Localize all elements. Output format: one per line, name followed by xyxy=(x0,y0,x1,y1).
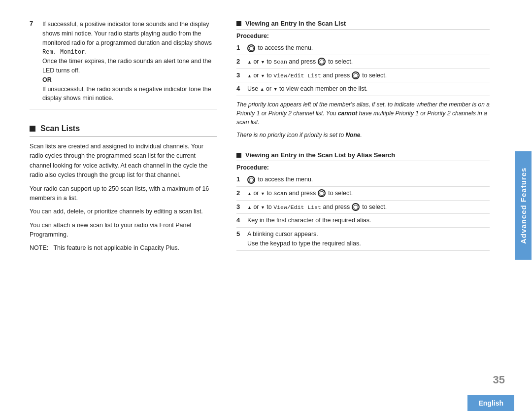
left-column: 7 If successful, a positive indicator to… xyxy=(30,20,217,396)
ok-button-icon-a2: ◯ xyxy=(318,189,326,197)
alias-step-5: 5 A blinking cursor appears. Use the key… xyxy=(236,228,490,251)
step-7-num: 7 xyxy=(30,20,37,103)
ok-button-icon-a3: ◯ xyxy=(352,203,360,211)
view-entry-step-4: 4 Use or to view each member on the list… xyxy=(236,82,490,96)
view-entry-procedure-label: Procedure: xyxy=(236,33,490,39)
main-content: 7 If successful, a positive indicator to… xyxy=(0,0,514,411)
view-entry-steps: 1 ◯ to access the menu. 2 or to Scan and… xyxy=(236,41,490,96)
english-badge: English xyxy=(467,395,514,411)
alias-search-square-icon xyxy=(236,153,241,158)
section-square-icon xyxy=(30,126,35,132)
arrow-up-icon-a3 xyxy=(247,204,252,210)
scan-lists-para-4: You can attach a new scan list to your r… xyxy=(30,221,217,240)
scan-lists-note: NOTE: This feature is not applicable in … xyxy=(30,243,217,253)
scan-mono-2: Scan xyxy=(273,59,287,65)
scan-lists-heading: Scan Lists xyxy=(30,124,217,137)
page-container: Advanced Features 7 If successful, a pos… xyxy=(0,0,532,411)
side-tab-label: Advanced Features xyxy=(515,151,532,260)
arrow-up-icon-a2 xyxy=(247,190,252,197)
step-7-content: If successful, a positive indicator tone… xyxy=(42,20,217,103)
view-entry-square-icon xyxy=(236,21,241,26)
view-entry-step-2: 2 or to Scan and press ◯ to select. xyxy=(236,55,490,69)
arrow-up-icon-2 xyxy=(247,58,252,65)
alias-step-3: 3 or to View/Edit List and press ◯ to se… xyxy=(236,201,490,214)
alias-step-2: 2 or to Scan and press ◯ to select. xyxy=(236,187,490,201)
viewedit-mono-a3: View/Edit List xyxy=(273,204,321,210)
arrow-down-icon-2 xyxy=(261,58,265,65)
alias-search-heading: Viewing an Entry in the Scan List by Ali… xyxy=(236,151,490,161)
view-entry-title: Viewing an Entry in the Scan List xyxy=(245,20,346,27)
section-view-entry: Viewing an Entry in the Scan List Proced… xyxy=(236,20,490,143)
ok-button-icon-1: ◯ xyxy=(247,44,255,52)
arrow-up-icon-3 xyxy=(247,72,252,79)
arrow-down-icon-3 xyxy=(261,72,265,79)
scan-mono-a2: Scan xyxy=(273,190,287,197)
ok-button-icon-a1: ◯ xyxy=(247,176,255,184)
alias-search-procedure-label: Procedure: xyxy=(236,164,490,171)
view-entry-heading: Viewing an Entry in the Scan List xyxy=(236,20,490,30)
right-column: Viewing an Entry in the Scan List Proced… xyxy=(236,20,490,396)
side-tab: Advanced Features xyxy=(514,0,532,411)
rem-monitor-code: Rem. Monitor xyxy=(42,49,85,56)
scan-lists-para-2: Your radio can support up to 250 scan li… xyxy=(30,184,217,204)
arrow-up-icon-4 xyxy=(260,85,265,92)
alias-step-1: 1 ◯ to access the menu. xyxy=(236,173,490,187)
alias-step-4: 4 Key in the first character of the requ… xyxy=(236,214,490,228)
viewedit-mono-3: View/Edit List xyxy=(273,72,321,79)
view-entry-italic-note-2: There is no priority icon if priority is… xyxy=(236,131,490,139)
scan-lists-para-1: Scan lists are created and assigned to i… xyxy=(30,142,217,180)
arrow-down-icon-a3 xyxy=(261,204,265,210)
section-alias-search: Viewing an Entry in the Scan List by Ali… xyxy=(236,151,490,251)
page-number: 35 xyxy=(493,374,505,386)
view-entry-italic-note-1: The priority icon appears left of the me… xyxy=(236,100,490,127)
ok-button-icon-2: ◯ xyxy=(318,58,326,66)
step-7-block: 7 If successful, a positive indicator to… xyxy=(30,20,217,109)
arrow-down-icon-a2 xyxy=(261,190,265,197)
view-entry-step-1: 1 ◯ to access the menu. xyxy=(236,41,490,55)
ok-button-icon-3: ◯ xyxy=(352,71,360,79)
alias-search-title: Viewing an Entry in the Scan List by Ali… xyxy=(245,151,395,159)
scan-lists-para-3: You can add, delete, or prioritize chann… xyxy=(30,207,217,216)
arrow-down-icon-4 xyxy=(273,85,278,92)
view-entry-step-3: 3 or to View/Edit List and press ◯ to se… xyxy=(236,69,490,83)
scan-lists-title: Scan Lists xyxy=(40,124,80,133)
alias-search-steps: 1 ◯ to access the menu. 2 or to Scan and… xyxy=(236,173,490,251)
cannot-label: cannot xyxy=(338,110,357,117)
or-label: OR xyxy=(42,76,52,83)
